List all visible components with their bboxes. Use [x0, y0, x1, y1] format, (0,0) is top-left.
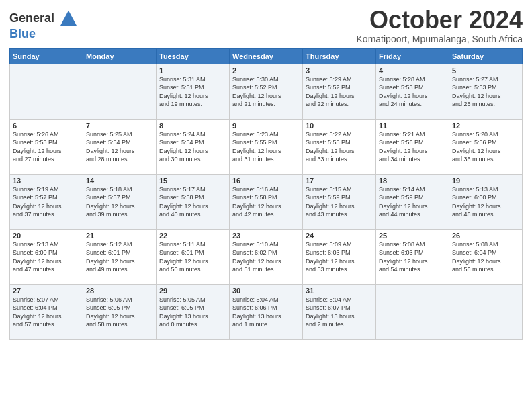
- day-number: 29: [159, 287, 226, 295]
- day-cell: 1Sunrise: 5:31 AM Sunset: 5:51 PM Daylig…: [157, 64, 230, 119]
- day-info: Sunrise: 5:04 AM Sunset: 6:06 PM Dayligh…: [232, 295, 300, 329]
- day-number: 16: [232, 177, 300, 185]
- location-subtitle: Komatipoort, Mpumalanga, South Africa: [357, 34, 523, 44]
- day-info: Sunrise: 5:13 AM Sunset: 6:00 PM Dayligh…: [452, 185, 519, 219]
- day-number: 1: [159, 66, 226, 75]
- day-number: 15: [159, 177, 226, 185]
- day-cell: 27Sunrise: 5:07 AM Sunset: 6:04 PM Dayli…: [10, 284, 83, 339]
- day-cell: 14Sunrise: 5:18 AM Sunset: 5:57 PM Dayli…: [83, 174, 157, 229]
- day-number: 13: [13, 177, 80, 185]
- header-day-thursday: Thursday: [303, 48, 376, 64]
- day-number: 24: [306, 232, 373, 240]
- day-info: Sunrise: 5:29 AM Sunset: 5:52 PM Dayligh…: [306, 75, 373, 109]
- day-number: 25: [379, 232, 446, 240]
- day-number: 23: [232, 232, 300, 240]
- day-info: Sunrise: 5:27 AM Sunset: 5:53 PM Dayligh…: [452, 75, 519, 109]
- day-info: Sunrise: 5:16 AM Sunset: 5:58 PM Dayligh…: [232, 185, 300, 219]
- day-info: Sunrise: 5:07 AM Sunset: 6:04 PM Dayligh…: [13, 295, 80, 329]
- day-info: Sunrise: 5:14 AM Sunset: 5:59 PM Dayligh…: [379, 185, 446, 219]
- week-row-1: 1Sunrise: 5:31 AM Sunset: 5:51 PM Daylig…: [10, 64, 523, 119]
- week-row-3: 13Sunrise: 5:19 AM Sunset: 5:57 PM Dayli…: [10, 174, 523, 229]
- day-info: Sunrise: 5:23 AM Sunset: 5:55 PM Dayligh…: [232, 130, 300, 164]
- logo-icon: [59, 9, 78, 28]
- day-number: 14: [86, 177, 153, 185]
- day-number: 12: [452, 122, 519, 130]
- header-day-tuesday: Tuesday: [157, 48, 230, 64]
- day-cell: 26Sunrise: 5:08 AM Sunset: 6:04 PM Dayli…: [449, 229, 523, 284]
- day-info: Sunrise: 5:13 AM Sunset: 6:00 PM Dayligh…: [13, 240, 80, 274]
- day-info: Sunrise: 5:30 AM Sunset: 5:52 PM Dayligh…: [232, 75, 300, 109]
- day-cell: 9Sunrise: 5:23 AM Sunset: 5:55 PM Daylig…: [230, 119, 303, 174]
- day-number: 26: [452, 232, 519, 240]
- svg-marker-0: [60, 11, 77, 26]
- day-cell: 29Sunrise: 5:05 AM Sunset: 6:05 PM Dayli…: [157, 284, 230, 339]
- day-cell: 7Sunrise: 5:25 AM Sunset: 5:54 PM Daylig…: [83, 119, 157, 174]
- day-info: Sunrise: 5:09 AM Sunset: 6:03 PM Dayligh…: [306, 240, 373, 274]
- day-cell: 24Sunrise: 5:09 AM Sunset: 6:03 PM Dayli…: [303, 229, 376, 284]
- day-cell: 10Sunrise: 5:22 AM Sunset: 5:55 PM Dayli…: [303, 119, 376, 174]
- day-cell: 6Sunrise: 5:26 AM Sunset: 5:53 PM Daylig…: [10, 119, 83, 174]
- day-number: 17: [306, 177, 373, 185]
- day-info: Sunrise: 5:24 AM Sunset: 5:54 PM Dayligh…: [159, 130, 226, 164]
- day-cell: 5Sunrise: 5:27 AM Sunset: 5:53 PM Daylig…: [449, 64, 523, 119]
- day-cell: 4Sunrise: 5:28 AM Sunset: 5:53 PM Daylig…: [376, 64, 449, 119]
- day-cell: 16Sunrise: 5:16 AM Sunset: 5:58 PM Dayli…: [230, 174, 303, 229]
- page-container: General Blue October 2024 Komatipoort, M…: [0, 0, 532, 347]
- logo-blue: Blue: [9, 27, 78, 41]
- day-cell: 22Sunrise: 5:11 AM Sunset: 6:01 PM Dayli…: [157, 229, 230, 284]
- day-number: 10: [306, 122, 373, 130]
- day-info: Sunrise: 5:04 AM Sunset: 6:07 PM Dayligh…: [306, 295, 373, 329]
- day-cell: 15Sunrise: 5:17 AM Sunset: 5:58 PM Dayli…: [157, 174, 230, 229]
- day-info: Sunrise: 5:25 AM Sunset: 5:54 PM Dayligh…: [86, 130, 153, 164]
- day-cell: 19Sunrise: 5:13 AM Sunset: 6:00 PM Dayli…: [449, 174, 523, 229]
- header-day-wednesday: Wednesday: [230, 48, 303, 64]
- day-number: 22: [159, 232, 226, 240]
- day-cell: 12Sunrise: 5:20 AM Sunset: 5:56 PM Dayli…: [449, 119, 523, 174]
- day-number: 20: [13, 232, 80, 240]
- day-number: 30: [232, 287, 300, 295]
- header: General Blue October 2024 Komatipoort, M…: [9, 7, 523, 44]
- day-number: 5: [452, 66, 519, 75]
- day-cell: 21Sunrise: 5:12 AM Sunset: 6:01 PM Dayli…: [83, 229, 157, 284]
- title-area: October 2024 Komatipoort, Mpumalanga, So…: [357, 7, 523, 44]
- day-number: 2: [232, 66, 300, 75]
- day-info: Sunrise: 5:08 AM Sunset: 6:04 PM Dayligh…: [452, 240, 519, 274]
- week-row-2: 6Sunrise: 5:26 AM Sunset: 5:53 PM Daylig…: [10, 119, 523, 174]
- day-number: 7: [86, 122, 153, 130]
- day-number: 9: [232, 122, 300, 130]
- day-info: Sunrise: 5:18 AM Sunset: 5:57 PM Dayligh…: [86, 185, 153, 219]
- day-cell: 30Sunrise: 5:04 AM Sunset: 6:06 PM Dayli…: [230, 284, 303, 339]
- day-cell: 11Sunrise: 5:21 AM Sunset: 5:56 PM Dayli…: [376, 119, 449, 174]
- day-number: 8: [159, 122, 226, 130]
- day-info: Sunrise: 5:20 AM Sunset: 5:56 PM Dayligh…: [452, 130, 519, 164]
- header-day-sunday: Sunday: [10, 48, 83, 64]
- day-cell: 20Sunrise: 5:13 AM Sunset: 6:00 PM Dayli…: [10, 229, 83, 284]
- day-cell: [83, 64, 157, 119]
- month-title: October 2024: [357, 7, 523, 34]
- day-info: Sunrise: 5:08 AM Sunset: 6:03 PM Dayligh…: [379, 240, 446, 274]
- day-info: Sunrise: 5:22 AM Sunset: 5:55 PM Dayligh…: [306, 130, 373, 164]
- logo-text: General Blue: [9, 9, 78, 41]
- day-info: Sunrise: 5:11 AM Sunset: 6:01 PM Dayligh…: [159, 240, 226, 274]
- day-cell: [376, 284, 449, 339]
- day-info: Sunrise: 5:17 AM Sunset: 5:58 PM Dayligh…: [159, 185, 226, 219]
- calendar-table: SundayMondayTuesdayWednesdayThursdayFrid…: [9, 48, 523, 340]
- day-info: Sunrise: 5:12 AM Sunset: 6:01 PM Dayligh…: [86, 240, 153, 274]
- day-cell: [10, 64, 83, 119]
- day-number: 31: [306, 287, 373, 295]
- day-cell: 25Sunrise: 5:08 AM Sunset: 6:03 PM Dayli…: [376, 229, 449, 284]
- day-number: 19: [452, 177, 519, 185]
- day-cell: 31Sunrise: 5:04 AM Sunset: 6:07 PM Dayli…: [303, 284, 376, 339]
- day-info: Sunrise: 5:19 AM Sunset: 5:57 PM Dayligh…: [13, 185, 80, 219]
- day-info: Sunrise: 5:06 AM Sunset: 6:05 PM Dayligh…: [86, 295, 153, 329]
- day-info: Sunrise: 5:05 AM Sunset: 6:05 PM Dayligh…: [159, 295, 226, 329]
- day-number: 3: [306, 66, 373, 75]
- day-cell: 2Sunrise: 5:30 AM Sunset: 5:52 PM Daylig…: [230, 64, 303, 119]
- day-number: 6: [13, 122, 80, 130]
- day-number: 11: [379, 122, 446, 130]
- week-row-4: 20Sunrise: 5:13 AM Sunset: 6:00 PM Dayli…: [10, 229, 523, 284]
- day-cell: 8Sunrise: 5:24 AM Sunset: 5:54 PM Daylig…: [157, 119, 230, 174]
- header-day-friday: Friday: [376, 48, 449, 64]
- day-cell: 23Sunrise: 5:10 AM Sunset: 6:02 PM Dayli…: [230, 229, 303, 284]
- day-cell: 3Sunrise: 5:29 AM Sunset: 5:52 PM Daylig…: [303, 64, 376, 119]
